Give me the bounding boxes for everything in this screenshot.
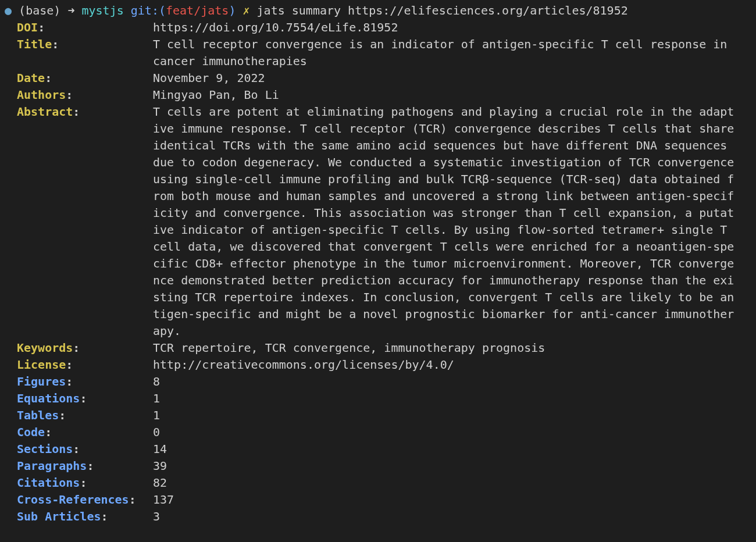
keywords-label: Keywords <box>17 341 73 355</box>
figures-label: Figures <box>17 375 66 388</box>
sections-label: Sections <box>17 442 73 456</box>
git-branch: feat/jats <box>166 3 229 17</box>
figures-value: 8 <box>153 373 740 390</box>
title-label: Title <box>17 37 52 51</box>
authors-row: Authors: Mingyao Pan, Bo Li <box>5 87 751 104</box>
code-value: 0 <box>153 424 740 441</box>
command-text: jats summary https://elifesciences.org/a… <box>257 3 628 17</box>
doi-label: DOI <box>17 20 38 34</box>
cwd: mystjs <box>81 3 123 17</box>
conda-env: (base) <box>19 3 60 17</box>
title-value: T cell receptor convergence is an indica… <box>153 36 740 70</box>
subarticles-value: 3 <box>153 508 740 525</box>
citations-label: Citations <box>17 476 80 490</box>
equations-label: Equations <box>17 391 80 405</box>
title-row: Title: T cell receptor convergence is an… <box>5 36 751 70</box>
git-dirty-icon: ✗ <box>243 3 249 17</box>
date-label: Date <box>17 71 45 85</box>
paragraphs-value: 39 <box>153 458 740 475</box>
subarticles-label: Sub Articles <box>17 509 101 523</box>
doi-value: https://doi.org/10.7554/eLife.81952 <box>153 19 740 36</box>
date-value: November 9, 2022 <box>153 70 740 87</box>
citations-row: Citations: 82 <box>5 475 751 491</box>
figures-row: Figures: 8 <box>5 373 751 390</box>
authors-value: Mingyao Pan, Bo Li <box>153 87 740 104</box>
license-value: http://creativecommons.org/licenses/by/4… <box>153 356 740 373</box>
paren-close: ) <box>229 3 236 17</box>
crossrefs-row: Cross-References: 137 <box>5 491 751 508</box>
paragraphs-row: Paragraphs: 39 <box>5 458 751 475</box>
doi-row: DOI: https://doi.org/10.7554/eLife.81952 <box>5 19 751 36</box>
terminal-prompt-line[interactable]: ● (base) ➜ mystjs git:(feat/jats) ✗ jats… <box>5 2 751 19</box>
date-row: Date: November 9, 2022 <box>5 70 751 87</box>
git-label: git:( <box>131 3 166 17</box>
crossrefs-value: 137 <box>153 491 740 508</box>
license-label: License <box>17 358 66 372</box>
authors-label: Authors <box>17 88 66 102</box>
equations-value: 1 <box>153 390 740 407</box>
crossrefs-label: Cross-References <box>17 493 129 507</box>
abstract-label: Abstract <box>17 105 73 119</box>
subarticles-row: Sub Articles: 3 <box>5 508 751 525</box>
abstract-row: Abstract: T cells are potent at eliminat… <box>5 104 751 340</box>
tables-value: 1 <box>153 407 740 424</box>
abstract-value: T cells are potent at eliminating pathog… <box>153 104 740 340</box>
prompt-arrow-icon: ➜ <box>67 3 81 17</box>
prompt-bullet-icon: ● <box>5 3 12 17</box>
code-label: Code <box>17 425 45 439</box>
citations-value: 82 <box>153 475 740 491</box>
tables-label: Tables <box>17 408 59 422</box>
keywords-row: Keywords: TCR repertoire, TCR convergenc… <box>5 340 751 356</box>
sections-row: Sections: 14 <box>5 441 751 458</box>
keywords-value: TCR repertoire, TCR convergence, immunot… <box>153 340 740 356</box>
sections-value: 14 <box>153 441 740 458</box>
equations-row: Equations: 1 <box>5 390 751 407</box>
tables-row: Tables: 1 <box>5 407 751 424</box>
code-row: Code: 0 <box>5 424 751 441</box>
license-row: License: http://creativecommons.org/lice… <box>5 356 751 373</box>
paragraphs-label: Paragraphs <box>17 459 87 473</box>
